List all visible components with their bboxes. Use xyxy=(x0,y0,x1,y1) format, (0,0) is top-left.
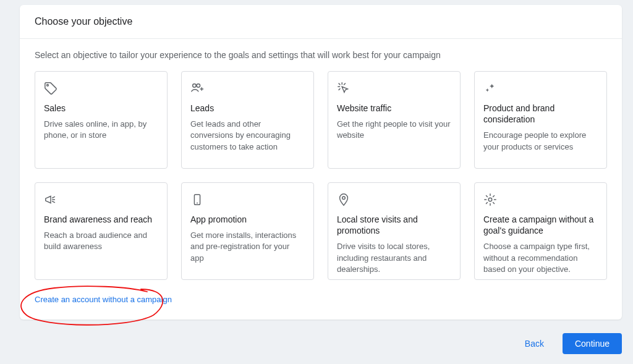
create-without-campaign-link[interactable]: Create an account without a campaign xyxy=(35,295,172,304)
modal-body: Select an objective to tailor your exper… xyxy=(20,39,622,320)
page-title: Choose your objective xyxy=(35,16,132,27)
card-title: Create a campaign without a goal's guida… xyxy=(483,214,598,236)
group-add-icon xyxy=(190,82,204,95)
svg-point-3 xyxy=(197,203,198,204)
objective-card-no-goal[interactable]: Create a campaign without a goal's guida… xyxy=(474,182,607,280)
card-title: Sales xyxy=(44,103,158,114)
svg-point-5 xyxy=(488,198,492,201)
card-desc: Drive sales online, in app, by phone, or… xyxy=(44,119,158,141)
svg-point-1 xyxy=(197,84,200,88)
megaphone-icon xyxy=(44,193,57,206)
subtitle: Select an objective to tailor your exper… xyxy=(35,50,607,60)
pin-icon xyxy=(337,193,350,206)
objective-card-local-store[interactable]: Local store visits and promotions Drive … xyxy=(328,182,461,280)
phone-icon xyxy=(190,193,204,206)
objective-card-app-promotion[interactable]: App promotion Get more installs, interac… xyxy=(181,182,314,280)
modal-header: Choose your objective xyxy=(20,5,622,39)
card-title: Product and brand consideration xyxy=(483,103,598,125)
tag-icon xyxy=(44,82,57,95)
card-desc: Choose a campaign type first, without a … xyxy=(483,241,598,275)
objective-modal: Choose your objective Select an objectiv… xyxy=(20,5,622,320)
sparkle-icon xyxy=(483,82,497,95)
objective-card-sales[interactable]: Sales Drive sales online, in app, by pho… xyxy=(35,71,168,169)
objective-card-leads[interactable]: Leads Get leads and other conversions by… xyxy=(181,71,314,169)
card-title: Website traffic xyxy=(337,103,451,114)
objective-grid: Sales Drive sales online, in app, by pho… xyxy=(35,71,607,280)
card-desc: Drive visits to local stores, including … xyxy=(337,241,451,275)
back-button[interactable]: Back xyxy=(517,334,551,353)
card-title: Local store visits and promotions xyxy=(337,214,451,236)
footer-actions: Back Continue xyxy=(517,333,622,354)
card-desc: Get leads and other conversions by encou… xyxy=(190,119,305,153)
cursor-click-icon xyxy=(337,82,350,95)
card-title: Brand awareness and reach xyxy=(44,214,158,225)
svg-point-4 xyxy=(342,197,346,200)
gear-icon xyxy=(483,193,497,206)
card-desc: Get more installs, interactions and pre-… xyxy=(190,230,305,264)
card-title: Leads xyxy=(190,103,305,114)
continue-button[interactable]: Continue xyxy=(563,333,622,354)
card-title: App promotion xyxy=(190,214,305,225)
svg-point-0 xyxy=(193,84,197,88)
objective-card-traffic[interactable]: Website traffic Get the right people to … xyxy=(328,71,461,169)
link-row: Create an account without a campaign xyxy=(35,294,607,305)
objective-card-brand-awareness[interactable]: Brand awareness and reach Reach a broad … xyxy=(35,182,168,280)
objective-card-consideration[interactable]: Product and brand consideration Encourag… xyxy=(474,71,607,169)
card-desc: Reach a broad audience and build awarene… xyxy=(44,230,158,252)
card-desc: Get the right people to visit your websi… xyxy=(337,119,451,141)
card-desc: Encourage people to explore your product… xyxy=(483,130,598,152)
